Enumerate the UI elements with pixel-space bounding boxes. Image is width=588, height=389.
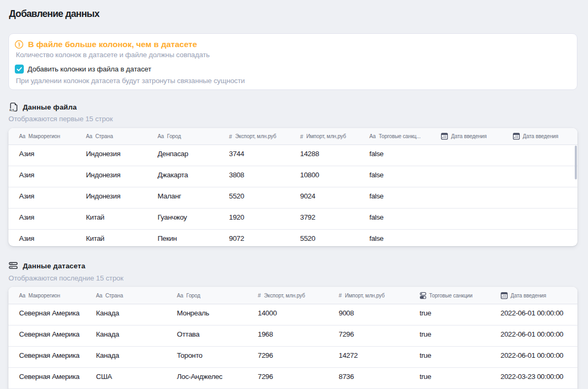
svg-text:XLS: XLS (10, 109, 15, 112)
